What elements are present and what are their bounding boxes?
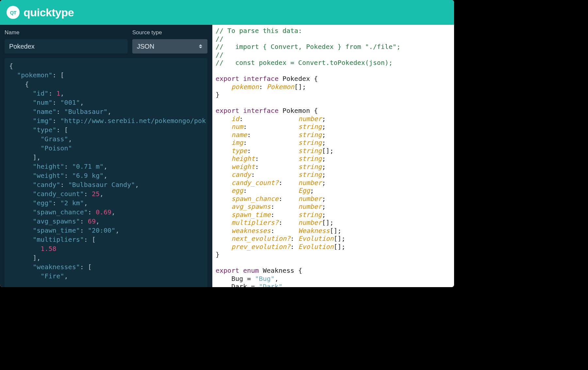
app-window: QT quicktype Name Source type JSON — [0, 0, 454, 287]
name-label: Name — [5, 29, 128, 36]
select-caret-icon — [198, 44, 203, 48]
json-input-editor[interactable]: { "pokemon": [ { "id": 1, "num": "001", … — [5, 58, 207, 287]
name-control: Name — [5, 29, 128, 54]
source-type-control: Source type JSON — [132, 29, 207, 54]
source-type-value: JSON — [137, 43, 198, 50]
header-bar: QT quicktype — [0, 0, 454, 25]
logo-badge-text: QT — [10, 10, 16, 15]
source-type-select[interactable]: JSON — [132, 39, 207, 54]
input-pane: Name Source type JSON { "pokemon": [ { — [0, 25, 212, 287]
name-input[interactable] — [5, 39, 128, 54]
source-type-label: Source type — [132, 29, 207, 36]
brand-name: quicktype — [24, 6, 74, 19]
output-code-pane[interactable]: // To parse this data://// import { Conv… — [212, 25, 454, 287]
logo-badge-icon: QT — [7, 6, 20, 19]
main-split: Name Source type JSON { "pokemon": [ { — [0, 25, 454, 287]
controls-row: Name Source type JSON — [0, 25, 212, 57]
